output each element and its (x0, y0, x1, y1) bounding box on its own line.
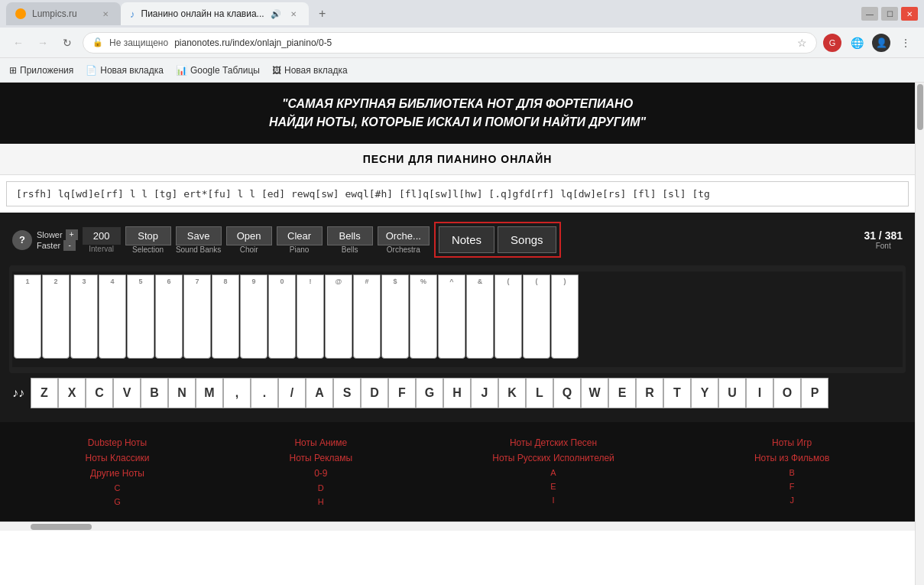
white-key-7[interactable]: 7 (183, 275, 211, 359)
white-key-lparen2[interactable]: ( (523, 275, 550, 359)
cat-h[interactable]: H (290, 497, 353, 506)
clear-button[interactable]: Clear (277, 226, 323, 245)
refresh-button[interactable]: ↻ (58, 34, 76, 52)
white-key-9[interactable]: 9 (240, 275, 267, 359)
url-bar[interactable]: 🔓 Не защищено pianonotes.ru/index/onlajn… (83, 32, 817, 54)
key-i[interactable]: I (746, 378, 773, 408)
tab-inactive[interactable]: Lumpics.ru ✕ (6, 2, 121, 25)
cat-09[interactable]: 0-9 (290, 468, 353, 479)
key-x[interactable]: X (58, 378, 86, 408)
key-z[interactable]: Z (31, 378, 58, 408)
key-y[interactable]: Y (691, 378, 718, 408)
white-key-8[interactable]: 8 (212, 275, 239, 359)
audio-icon[interactable]: 🔊 (271, 9, 281, 19)
key-l[interactable]: L (526, 378, 553, 408)
white-key-6[interactable]: 6 (155, 275, 183, 359)
white-key-excl[interactable]: ! (297, 275, 324, 359)
key-s[interactable]: S (333, 378, 361, 408)
white-key-5[interactable]: 5 (127, 275, 154, 359)
cat-games[interactable]: Ноты Игр (754, 437, 829, 448)
cat-kids[interactable]: Ноты Детских Песен (492, 437, 614, 448)
cat-classic[interactable]: Ноты Классики (86, 453, 150, 463)
bells-button[interactable]: Bells (327, 226, 373, 245)
white-key-at[interactable]: @ (325, 275, 352, 359)
stop-button[interactable]: Stop (125, 226, 171, 245)
extensions-icon[interactable]: 🌐 (848, 34, 866, 52)
key-h[interactable]: H (443, 378, 471, 408)
key-v[interactable]: V (113, 378, 141, 408)
bookmark-star-icon[interactable]: ☆ (797, 37, 807, 49)
cat-other[interactable]: Другие Ноты (86, 468, 150, 479)
cat-j[interactable]: J (754, 496, 829, 505)
scrollbar-thumb[interactable] (917, 84, 923, 130)
white-key-amp[interactable]: & (466, 275, 494, 359)
key-comma[interactable]: , (223, 378, 251, 408)
cat-d[interactable]: D (290, 483, 353, 492)
tab2-close[interactable]: ✕ (287, 8, 300, 20)
key-q[interactable]: Q (553, 378, 581, 408)
bookmark-new-tab-2[interactable]: 🖼 Новая вкладка (272, 65, 348, 76)
white-key-1[interactable]: 1 (14, 275, 41, 359)
key-slash[interactable]: / (278, 378, 306, 408)
profile-icon[interactable]: 👤 (872, 34, 890, 52)
cat-f[interactable]: F (754, 482, 829, 491)
key-w[interactable]: W (581, 378, 608, 408)
cat-g[interactable]: G (86, 497, 150, 506)
account-icon[interactable]: G (823, 34, 841, 52)
key-e[interactable]: E (608, 378, 636, 408)
forward-button[interactable]: → (34, 34, 52, 52)
cat-dubstep[interactable]: Dubstep Ноты (86, 437, 150, 448)
notes-button[interactable]: Notes (439, 226, 494, 253)
maximize-button[interactable]: ☐ (881, 7, 898, 21)
slower-plus-button[interactable]: + (66, 229, 78, 240)
save-button[interactable]: Save (176, 226, 222, 245)
key-t[interactable]: T (663, 378, 691, 408)
cat-e[interactable]: E (492, 482, 614, 491)
key-dot[interactable]: . (251, 378, 278, 408)
open-button[interactable]: Open (226, 226, 272, 245)
cat-ads[interactable]: Ноты Рекламы (290, 453, 353, 463)
key-k[interactable]: K (498, 378, 526, 408)
white-key-3[interactable]: 3 (70, 275, 98, 359)
white-key-dollar[interactable]: $ (381, 275, 409, 359)
white-key-0[interactable]: 0 (268, 275, 296, 359)
scrollbar-bottom[interactable] (0, 522, 915, 531)
cat-films[interactable]: Ноты из Фильмов (754, 453, 829, 463)
white-key-4[interactable]: 4 (99, 275, 126, 359)
key-u[interactable]: U (718, 378, 746, 408)
help-button[interactable]: ? (12, 230, 32, 250)
cat-anime[interactable]: Ноты Аниме (290, 437, 353, 448)
tab-active[interactable]: ♪ Пианино онлайн на клавиа... 🔊 ✕ (121, 2, 309, 25)
cat-a[interactable]: A (492, 468, 614, 477)
bookmark-apps[interactable]: ⊞ Приложения (9, 65, 73, 76)
bookmark-new-tab-1[interactable]: 📄 Новая вкладка (86, 65, 164, 76)
key-n[interactable]: N (168, 378, 196, 408)
key-c[interactable]: C (86, 378, 113, 408)
bookmark-google-sheets[interactable]: 📊 Google Таблицы (176, 65, 260, 76)
minimize-button[interactable]: — (861, 7, 878, 21)
key-m[interactable]: M (196, 378, 223, 408)
key-d[interactable]: D (361, 378, 388, 408)
white-key-hash[interactable]: # (353, 275, 381, 359)
key-p[interactable]: P (801, 378, 828, 408)
faster-minus-button[interactable]: - (63, 240, 76, 251)
songs-button[interactable]: Songs (498, 226, 556, 253)
scrollbar-right[interactable] (915, 83, 924, 585)
close-button[interactable]: ✕ (901, 7, 918, 21)
white-key-percent[interactable]: % (410, 275, 437, 359)
white-key-2[interactable]: 2 (42, 275, 70, 359)
cat-i[interactable]: I (492, 496, 614, 505)
scrollbar-h-thumb[interactable] (31, 524, 92, 530)
cat-russian[interactable]: Ноты Русских Исполнителей (492, 453, 614, 463)
cat-c[interactable]: C (86, 483, 150, 492)
cat-b[interactable]: B (754, 468, 829, 477)
add-tab-button[interactable]: + (312, 3, 333, 24)
key-b[interactable]: B (141, 378, 168, 408)
key-g[interactable]: G (416, 378, 443, 408)
key-j[interactable]: J (471, 378, 498, 408)
back-button[interactable]: ← (9, 34, 28, 52)
menu-icon[interactable]: ⋮ (896, 34, 915, 52)
key-a[interactable]: A (306, 378, 333, 408)
key-o[interactable]: O (773, 378, 801, 408)
white-key-rparen[interactable]: ) (551, 275, 579, 359)
